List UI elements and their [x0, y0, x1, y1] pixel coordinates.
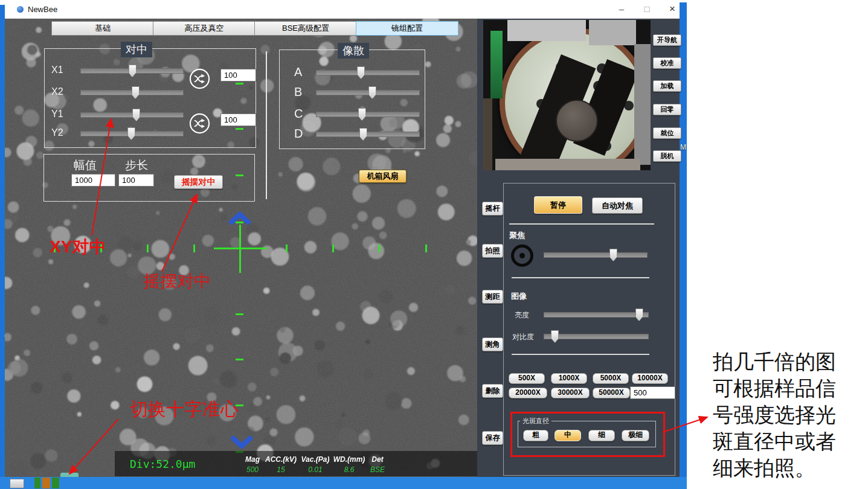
taskbar-icon[interactable] [42, 478, 50, 488]
tool-button-measure-angle[interactable]: 测角 [482, 337, 503, 351]
crosshair-tick [147, 245, 149, 252]
crosshair-tick [379, 245, 381, 252]
panel-divider-line [266, 51, 267, 199]
tab-lens-config[interactable]: 镜组配置 [356, 21, 458, 36]
slider-label-y1: Y1 [51, 109, 63, 120]
slider-label-d: D [294, 127, 303, 141]
crosshair-vertical-line [239, 225, 241, 273]
annotation-note: 拍几千倍的图 可根据样品信 号强度选择光 斑直径中或者 细来拍照。 [713, 349, 867, 482]
stage-center-stub [556, 100, 598, 142]
tool-button-delete[interactable]: 删除 [482, 384, 503, 398]
mag-button-50000x[interactable]: 50000X [593, 388, 630, 398]
annotation-highlight-rect [510, 412, 665, 457]
focus-record-icon[interactable] [511, 245, 533, 267]
taskbar-icon[interactable] [34, 478, 40, 488]
contrast-label: 对比度 [512, 332, 534, 342]
close-button[interactable]: × [663, 2, 681, 16]
slider-x2[interactable] [80, 90, 184, 95]
slider-label-y2: Y2 [51, 127, 63, 138]
brightness-label: 亮度 [515, 310, 529, 321]
slider-d[interactable] [316, 132, 420, 137]
tab-basic[interactable]: 基础 [51, 21, 154, 36]
minimize-button[interactable]: – [612, 2, 631, 16]
slider-b[interactable] [316, 90, 420, 95]
pause-button[interactable]: 暂停 [534, 196, 582, 214]
slider-y2[interactable] [80, 131, 184, 136]
tab-hv-vacuum[interactable]: 高压及真空 [153, 21, 256, 36]
mag-button-10000x[interactable]: 10000X [632, 373, 668, 384]
slider-y1[interactable] [80, 112, 184, 118]
centering-panel-title: 对中 [121, 42, 152, 57]
wobble-y-icon[interactable] [188, 112, 211, 135]
window-title: NewBee [28, 5, 57, 14]
tool-button-save[interactable]: 保存 [482, 431, 503, 445]
mag-button-30000x[interactable]: 30000X [551, 388, 590, 398]
slider-c[interactable] [316, 112, 420, 117]
status-value-det: BSE [353, 465, 402, 474]
div-scale-readout: Div:52.0μm [130, 458, 195, 470]
slider-a[interactable] [316, 70, 420, 75]
crosshair-tick [332, 245, 334, 252]
crosshair-tick [236, 359, 243, 360]
tool-button-joystick[interactable]: 摇杆 [482, 202, 503, 216]
focus-slider[interactable] [544, 252, 648, 258]
panel-divider [509, 223, 654, 225]
astigmatism-panel-title: 像散 [338, 43, 369, 59]
slider-label-x1: X1 [51, 65, 63, 75]
desktop-strip-left [0, 5, 5, 477]
crosshair-tick [193, 245, 195, 252]
nav-button-in-position[interactable]: 就位 [653, 127, 681, 139]
step-input[interactable] [118, 174, 154, 187]
crosshair-tick [236, 222, 243, 223]
tab-bse-advanced[interactable]: BSE高级配置 [254, 21, 357, 36]
panel-divider [512, 277, 649, 278]
nav-button-home[interactable]: 回零 [653, 104, 681, 115]
nav-button-open-navigation[interactable]: 开导航 [653, 34, 681, 46]
step-label: 步长 [125, 158, 148, 173]
sample-stage-disc [500, 28, 649, 170]
contrast-slider[interactable] [544, 334, 649, 339]
mag-button-1000x[interactable]: 1000X [551, 373, 587, 384]
title-bar: NewBee – □ × [5, 0, 680, 19]
taskbar-icon[interactable] [52, 478, 59, 488]
brightness-slider[interactable] [544, 312, 649, 318]
swing-centering-button[interactable]: 摇摆对中 [174, 175, 223, 189]
panel-divider [512, 354, 649, 355]
screenshot-canvas: T V M NewBee – □ × 基础 高压及真空 BSE高级配置 镜组配置… [0, 0, 868, 489]
chamber-camera-view [483, 20, 651, 170]
wobble-x-value-input[interactable] [220, 69, 256, 82]
annotation-xy-centering: XY对中 [50, 235, 106, 258]
wobble-y-value-input[interactable] [220, 113, 256, 126]
taskbar[interactable] [0, 477, 687, 489]
status-header-det: Det [353, 455, 402, 464]
mag-button-5000x[interactable]: 5000X [593, 373, 629, 384]
crosshair-tick [286, 245, 288, 252]
wobble-x-icon[interactable] [188, 68, 211, 90]
annotation-swing-centering: 摇摆对中 [143, 270, 211, 293]
maximize-button[interactable]: □ [638, 2, 656, 16]
crosshair-tick [236, 313, 243, 315]
slider-label-a: A [294, 65, 302, 79]
nav-button-offline[interactable]: 脱机 [653, 150, 681, 162]
slider-x1[interactable] [80, 68, 184, 74]
chassis-fan-button[interactable]: 机箱风扇 [359, 170, 407, 183]
taskbar-app-icon[interactable] [10, 479, 24, 488]
tool-button-measure-distance[interactable]: 测距 [482, 290, 503, 304]
autofocus-button[interactable]: 自动对焦 [592, 197, 643, 214]
tool-button-snapshot[interactable]: 拍照 [482, 244, 503, 258]
nav-button-calibrate[interactable]: 校准 [653, 57, 681, 69]
nav-button-load[interactable]: 加载 [653, 80, 681, 92]
slider-label-c: C [294, 107, 303, 121]
app-icon [17, 6, 24, 13]
magnification-input[interactable] [630, 386, 675, 399]
mag-button-20000x[interactable]: 20000X [509, 388, 547, 398]
focus-label: 聚焦 [509, 230, 525, 241]
image-section-label: 图像 [511, 291, 527, 302]
amplitude-label: 幅值 [74, 158, 97, 173]
slider-label-x2: X2 [51, 86, 63, 97]
desktop-strip-right [680, 2, 687, 477]
mag-button-500x[interactable]: 500X [509, 373, 545, 384]
annotation-crosshair-toggle: 切换十字准心 [130, 397, 239, 422]
amplitude-input[interactable] [71, 174, 115, 187]
status-bar: Div:52.0μm Mag ACC.(kV) Vac.(Pa) WD.(mm)… [115, 451, 477, 476]
